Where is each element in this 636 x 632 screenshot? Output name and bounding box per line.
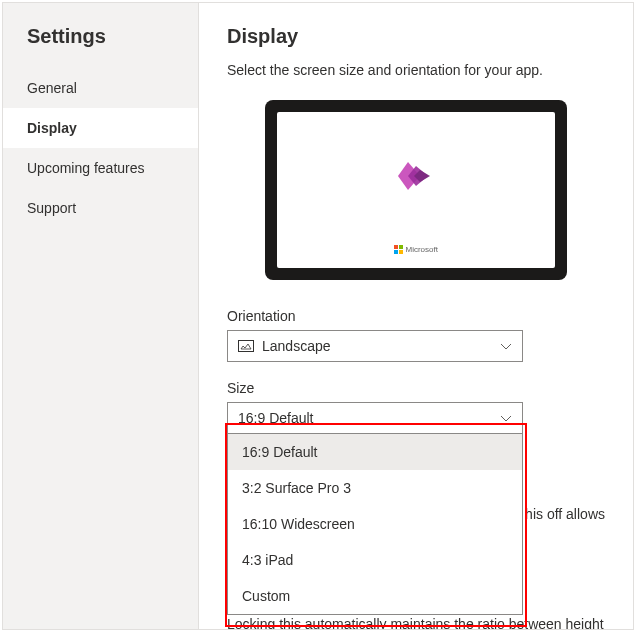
size-option-4-3[interactable]: 4:3 iPad <box>228 542 522 578</box>
size-label: Size <box>227 380 605 396</box>
settings-window: Settings General Display Upcoming featur… <box>2 2 634 630</box>
orientation-value: Landscape <box>262 338 500 354</box>
device-screen: Microsoft <box>277 112 555 268</box>
sidebar-item-support[interactable]: Support <box>3 188 198 228</box>
sidebar-item-label: Upcoming features <box>27 160 145 176</box>
device-preview: Microsoft <box>265 100 567 280</box>
orientation-dropdown[interactable]: Landscape <box>227 330 523 362</box>
powerapps-icon <box>398 158 434 194</box>
chevron-down-icon <box>500 410 512 426</box>
sidebar-item-label: Display <box>27 120 77 136</box>
size-value: 16:9 Default <box>238 410 500 426</box>
landscape-icon <box>238 340 254 352</box>
main-panel: Display Select the screen size and orien… <box>199 3 633 629</box>
sidebar-title: Settings <box>3 25 198 68</box>
orientation-label: Orientation <box>227 308 605 324</box>
sidebar-item-display[interactable]: Display <box>3 108 198 148</box>
sidebar-item-general[interactable]: General <box>3 68 198 108</box>
microsoft-logo: Microsoft <box>394 245 438 254</box>
size-option-custom[interactable]: Custom <box>228 578 522 614</box>
microsoft-logo-text: Microsoft <box>406 245 438 254</box>
size-option-16-10[interactable]: 16:10 Widescreen <box>228 506 522 542</box>
chevron-down-icon <box>500 338 512 354</box>
sidebar-item-label: Support <box>27 200 76 216</box>
sidebar-item-upcoming[interactable]: Upcoming features <box>3 148 198 188</box>
page-title: Display <box>227 25 605 48</box>
size-option-3-2[interactable]: 3:2 Surface Pro 3 <box>228 470 522 506</box>
size-option-16-9[interactable]: 16:9 Default <box>228 434 522 470</box>
page-subtitle: Select the screen size and orientation f… <box>227 62 605 78</box>
sidebar-item-label: General <box>27 80 77 96</box>
size-dropdown[interactable]: 16:9 Default <box>227 402 523 434</box>
background-text-bottom: Locking this automatically maintains the… <box>227 616 605 629</box>
size-dropdown-menu: 16:9 Default 3:2 Surface Pro 3 16:10 Wid… <box>227 434 523 615</box>
sidebar: Settings General Display Upcoming featur… <box>3 3 199 629</box>
